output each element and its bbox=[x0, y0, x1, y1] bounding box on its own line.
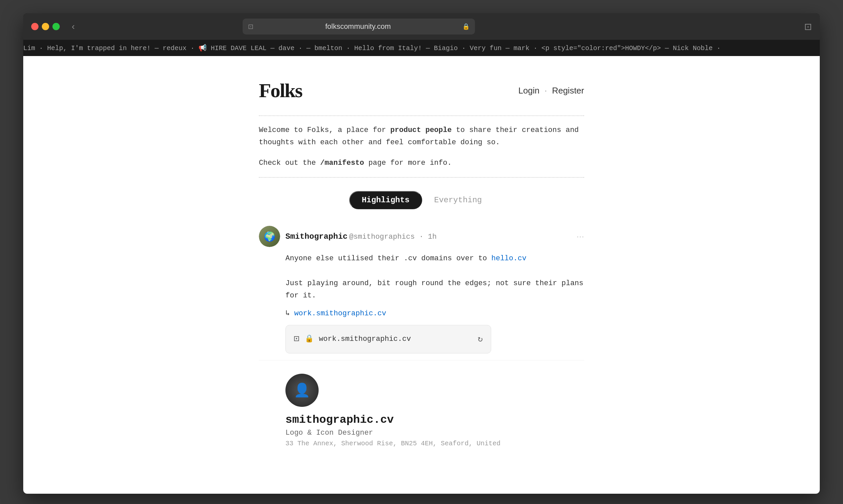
avatar-image: 🌍 bbox=[259, 226, 280, 247]
url-preview-text: work.smithographic.cv bbox=[319, 333, 472, 345]
post-time: · 1h bbox=[419, 233, 437, 241]
post-sub-prefix: ↳ bbox=[286, 309, 294, 318]
ticker-bar: Lim · Help, I'm trapped in here! — redeu… bbox=[23, 40, 820, 56]
post-handle: @smithographics · 1h bbox=[349, 233, 437, 241]
manifesto-paragraph: Check out the /manifesto page for more i… bbox=[259, 157, 584, 169]
site-logo[interactable]: Folks bbox=[259, 79, 302, 102]
browser-icon: ⊡ bbox=[248, 22, 254, 31]
tab-highlights[interactable]: Highlights bbox=[349, 191, 422, 209]
ticker-content: Lim · Help, I'm trapped in here! — redeu… bbox=[23, 44, 721, 52]
profile-avatar: 👤 bbox=[286, 374, 319, 407]
url-preview-refresh-icon[interactable]: ↻ bbox=[478, 332, 483, 346]
profile-tagline: Logo & Icon Designer bbox=[286, 429, 373, 437]
manifesto-link[interactable]: /manifesto bbox=[320, 159, 364, 167]
traffic-lights bbox=[31, 23, 60, 30]
ssl-lock-icon: 🔒 bbox=[462, 23, 470, 30]
post-more-button[interactable]: ··· bbox=[577, 231, 584, 242]
url-display: folkscommunity.com bbox=[257, 22, 459, 31]
post-card: 🌍 Smithographic @smithographics · 1h ···… bbox=[259, 219, 584, 360]
url-preview-monitor-icon: ⊡ bbox=[294, 331, 299, 347]
site-nav: Login · Register bbox=[518, 86, 584, 96]
profile-location: 33 The Annex, Sherwood Rise, BN25 4EH, S… bbox=[286, 440, 500, 447]
avatar: 🌍 bbox=[259, 226, 280, 247]
register-link[interactable]: Register bbox=[552, 86, 584, 95]
post-line1: Anyone else utilised their .cv domains o… bbox=[286, 252, 584, 265]
welcome-bold: product people bbox=[390, 126, 452, 134]
post-header: 🌍 Smithographic @smithographics · 1h ··· bbox=[259, 226, 584, 247]
post-link-hellocv[interactable]: hello.cv bbox=[492, 254, 527, 263]
top-divider bbox=[259, 115, 584, 116]
welcome-text-before: Welcome to Folks, a place for bbox=[259, 126, 390, 134]
back-button[interactable]: ‹ bbox=[72, 21, 75, 32]
address-bar[interactable]: ⊡ folkscommunity.com 🔒 bbox=[243, 19, 475, 35]
manifesto-prefix: Check out the bbox=[259, 159, 320, 167]
post-body: Anyone else utilised their .cv domains o… bbox=[286, 252, 584, 354]
profile-avatar-image: 👤 bbox=[286, 374, 319, 407]
manifesto-suffix: page for more info. bbox=[364, 159, 452, 167]
post-handle-text: @smithographics bbox=[349, 233, 415, 241]
maximize-button[interactable] bbox=[52, 23, 60, 30]
tab-everything[interactable]: Everything bbox=[422, 191, 494, 209]
minimize-button[interactable] bbox=[42, 23, 49, 30]
post-text-before-link: Anyone else utilised their .cv domains o… bbox=[286, 254, 492, 263]
nav-separator: · bbox=[545, 86, 547, 95]
url-preview-card[interactable]: ⊡ 🔒 work.smithographic.cv ↻ bbox=[286, 325, 491, 354]
bottom-divider bbox=[259, 177, 584, 178]
post-line3: Just playing around, bit rough round the… bbox=[286, 277, 584, 302]
site-header: Folks Login · Register bbox=[259, 69, 584, 109]
close-button[interactable] bbox=[31, 23, 38, 30]
welcome-paragraph: Welcome to Folks, a place for product pe… bbox=[259, 124, 584, 149]
login-link[interactable]: Login bbox=[518, 86, 540, 95]
screen-action-icon[interactable]: ⊡ bbox=[804, 21, 812, 32]
post-sub-link[interactable]: work.smithographic.cv bbox=[294, 309, 386, 318]
post-author[interactable]: Smithographic bbox=[286, 232, 347, 241]
profile-name[interactable]: smithographic.cv bbox=[286, 413, 394, 426]
url-preview-lock-icon: 🔒 bbox=[305, 333, 314, 345]
profile-section: 👤 smithographic.cv Logo & Icon Designer … bbox=[286, 360, 584, 461]
post-meta: Smithographic @smithographics · 1h bbox=[286, 232, 571, 241]
post-sub-link-line: ↳ work.smithographic.cv bbox=[286, 307, 584, 320]
tabs-container: Highlights Everything bbox=[259, 191, 584, 209]
